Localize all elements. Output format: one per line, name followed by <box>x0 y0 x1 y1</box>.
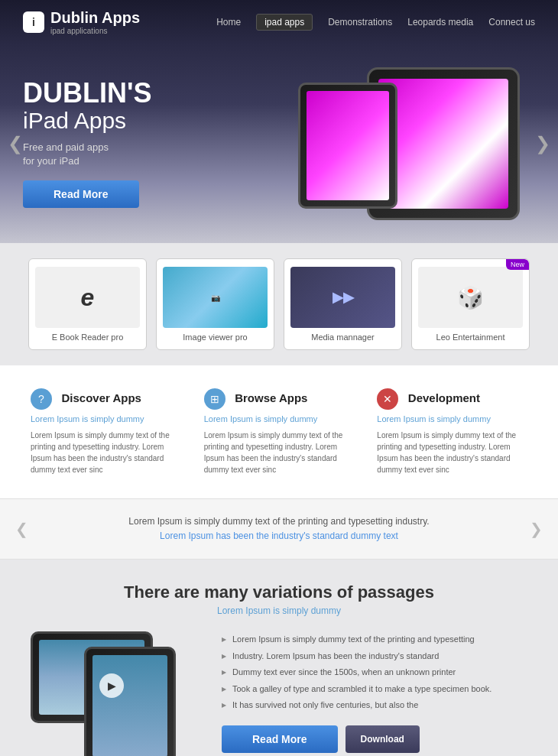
list-item: Industry. Lorem Ipsum has been the indus… <box>222 648 527 664</box>
hero-images <box>252 52 543 235</box>
app-card-label: Image viewer pro <box>163 333 268 342</box>
mid-list: Lorem Ipsum is simply dummy text of the … <box>222 631 527 753</box>
app-card[interactable]: ▶▶ Media mannager <box>284 258 402 350</box>
mid-btn-group: Read More Download <box>222 725 527 753</box>
mid-ipad-front-screen <box>92 655 167 756</box>
hero-title-main: DUBLIN'S <box>23 79 237 107</box>
list-item: Took a galley of type and scrambled it t… <box>222 681 527 697</box>
feature-subtitle: Lorem Ipsum is simply dummy <box>204 414 355 423</box>
feature-text: Lorem Ipsum is simply dummy text of the … <box>31 430 181 475</box>
feature-col: ? Discover Apps Lorem Ipsum is simply du… <box>31 388 181 475</box>
logo-icon: i <box>23 11 44 33</box>
nav-item-ipad-apps[interactable]: ipad apps <box>256 14 313 31</box>
mid-download-button[interactable]: Download <box>346 725 420 753</box>
testimonial-section: ❮ Lorem Ipsum is simply dummy text of th… <box>0 498 558 560</box>
app-card-label: E Book Reader pro <box>35 333 140 342</box>
feature-title: Browse Apps <box>235 391 307 404</box>
nav-item-leopards-media[interactable]: Leopards media <box>407 17 473 28</box>
testimonial-next-arrow[interactable]: ❯ <box>530 520 543 538</box>
logo-text-group: Dublin Apps ipad applications <box>50 9 140 35</box>
app-card-label: Media mannager <box>290 333 395 342</box>
app-card[interactable]: 📷 Image viewer pro <box>156 258 274 350</box>
mid-images: ▶ <box>31 631 199 723</box>
feature-icon: ✕ <box>377 388 398 410</box>
list-item: Lorem Ipsum is simply dummy text of the … <box>222 631 527 647</box>
ipad-large-screen <box>378 79 508 209</box>
feature-col: ⊞ Browse Apps Lorem Ipsum is simply dumm… <box>204 388 355 475</box>
hero-cta-button[interactable]: Read More <box>23 180 139 208</box>
main-nav: Homeipad appsDemonstrationsLeopards medi… <box>216 14 535 31</box>
hero-next-arrow[interactable]: ❯ <box>535 133 550 154</box>
testimonial-text: Lorem Ipsum is simply dummy text of the … <box>46 514 512 543</box>
logo-subtitle: ipad applications <box>50 27 140 35</box>
app-new-badge: New <box>506 259 529 270</box>
logo-title: Dublin Apps <box>50 9 140 27</box>
app-card-label: Leo Entertainment <box>418 333 523 342</box>
list-item: Dummy text ever since the 1500s, when an… <box>222 664 527 680</box>
mid-read-more-button[interactable]: Read More <box>222 725 338 753</box>
mid-subtitle: Lorem Ipsum is simply dummy <box>31 605 527 616</box>
ipad-small <box>298 83 397 209</box>
hero-title-sub: iPad Apps <box>23 107 237 135</box>
hero-description: Free and paid appsfor your iPad <box>23 141 237 168</box>
logo-area: i Dublin Apps ipad applications <box>23 9 140 35</box>
nav-item-connect-us[interactable]: Connect us <box>488 17 535 28</box>
mid-title: There are many variations of passages <box>31 582 527 602</box>
testimonial-prev-arrow[interactable]: ❮ <box>15 520 28 538</box>
ipad-small-screen <box>307 91 389 200</box>
apps-row: e E Book Reader pro 📷 Image viewer pro ▶… <box>0 243 558 365</box>
feature-icon: ⊞ <box>204 388 225 410</box>
list-item: It has survived not only five centuries,… <box>222 697 527 713</box>
feature-subtitle: Lorem Ipsum is simply dummy <box>377 414 527 423</box>
feature-text: Lorem Ipsum is simply dummy text of the … <box>377 430 527 475</box>
feature-col: ✕ Development Lorem Ipsum is simply dumm… <box>377 388 527 475</box>
app-card-image: 🎲 <box>418 267 523 328</box>
mid-content: ▶ Lorem Ipsum is simply dummy text of th… <box>31 631 527 753</box>
feature-title: Discover Apps <box>61 391 141 404</box>
app-card-image: 📷 <box>163 267 268 328</box>
app-card[interactable]: 🎲 Leo Entertainment New <box>411 258 530 350</box>
nav-item-demonstrations[interactable]: Demonstrations <box>328 17 392 28</box>
feature-text: Lorem Ipsum is simply dummy text of the … <box>204 430 355 475</box>
feature-subtitle: Lorem Ipsum is simply dummy <box>31 414 181 423</box>
hero-prev-arrow[interactable]: ❮ <box>8 133 23 154</box>
feature-title: Development <box>408 391 480 404</box>
header: i Dublin Apps ipad applications Homeipad… <box>0 0 558 44</box>
app-card-image: ▶▶ <box>290 267 395 328</box>
hero-content: DUBLIN'S iPad Apps Free and paid appsfor… <box>23 79 237 208</box>
features-row: ? Discover Apps Lorem Ipsum is simply du… <box>0 365 558 498</box>
mid-ipad-front <box>84 647 176 756</box>
app-card[interactable]: e E Book Reader pro <box>28 258 147 350</box>
nav-item-home[interactable]: Home <box>216 17 241 28</box>
app-card-image: e <box>35 267 140 328</box>
feature-icon: ? <box>31 388 52 410</box>
mid-section: There are many variations of passages Lo… <box>0 560 558 756</box>
hero-section: ❮ DUBLIN'S iPad Apps Free and paid appsf… <box>0 44 558 243</box>
